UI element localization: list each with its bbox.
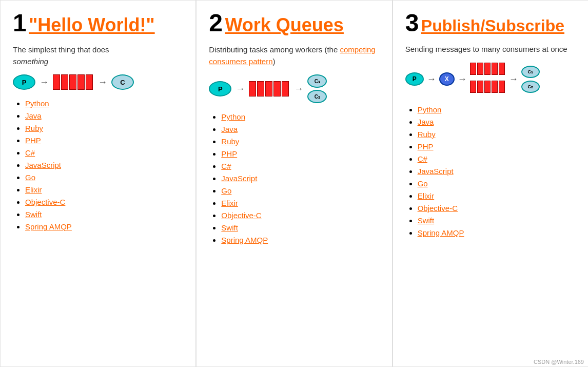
link-spring-3[interactable]: Spring AMQP bbox=[418, 228, 464, 237]
link-go-1[interactable]: Go bbox=[25, 173, 35, 182]
diagram-1-content: P → → C bbox=[13, 74, 134, 90]
link-csharp-1[interactable]: C# bbox=[25, 148, 35, 157]
queue-seg bbox=[257, 81, 264, 96]
queue-seg bbox=[477, 81, 483, 93]
column-2: 2 Work Queues Distributing tasks among w… bbox=[196, 0, 392, 367]
node-c3b: C₂ bbox=[521, 81, 540, 93]
link-java-2[interactable]: Java bbox=[221, 125, 238, 133]
arrow-3: → bbox=[236, 84, 245, 94]
queue-seg bbox=[484, 63, 491, 75]
queue-seg bbox=[273, 81, 281, 96]
column-2-desc-text: Distributing tasks among workers (the bbox=[209, 45, 340, 54]
list-item: PHP bbox=[418, 142, 576, 151]
column-1-desc: The simplest thing that does something bbox=[13, 44, 183, 67]
node-c-1: C bbox=[111, 74, 134, 90]
link-go-2[interactable]: Go bbox=[221, 186, 231, 195]
queue-3b bbox=[470, 81, 506, 96]
link-elixir-3[interactable]: Elixir bbox=[418, 191, 435, 200]
queue-3a bbox=[470, 63, 506, 78]
column-1-desc-italic: something bbox=[13, 57, 48, 66]
diagram-3: P → X → bbox=[405, 63, 576, 96]
diagram-2-content: P → → C₁ C₂ bbox=[209, 74, 327, 103]
link-python-2[interactable]: Python bbox=[221, 112, 245, 121]
column-3-desc: Sending messages to many consumers at on… bbox=[405, 44, 576, 55]
queue-seg bbox=[77, 74, 85, 90]
queue-seg bbox=[282, 81, 289, 96]
list-item: Python bbox=[418, 105, 576, 114]
link-objc-1[interactable]: Objective-C bbox=[25, 198, 65, 206]
link-csharp-3[interactable]: C# bbox=[418, 154, 427, 163]
node-p-3: P bbox=[405, 72, 424, 86]
link-elixir-2[interactable]: Elixir bbox=[221, 199, 238, 207]
arrow-2: → bbox=[98, 77, 107, 88]
column-1-links: Python Java Ruby PHP C# JavaScript Go El… bbox=[13, 99, 183, 231]
column-2-title[interactable]: Work Queues bbox=[225, 14, 343, 35]
link-go-3[interactable]: Go bbox=[418, 179, 428, 188]
list-item: C# bbox=[25, 148, 183, 158]
link-objc-2[interactable]: Objective-C bbox=[221, 211, 261, 220]
main-container: 1 "Hello World!" The simplest thing that… bbox=[0, 0, 588, 367]
column-2-number: 2 bbox=[209, 9, 223, 36]
arrow-5: → bbox=[427, 74, 436, 85]
queue-seg bbox=[86, 74, 93, 90]
link-js-3[interactable]: JavaScript bbox=[418, 167, 454, 176]
list-item: Elixir bbox=[418, 191, 576, 201]
link-csharp-2[interactable]: C# bbox=[221, 162, 231, 170]
link-java-1[interactable]: Java bbox=[25, 111, 42, 120]
list-item: Python bbox=[25, 99, 183, 108]
list-item: Python bbox=[221, 112, 379, 122]
link-php-2[interactable]: PHP bbox=[221, 149, 237, 158]
column-2-links: Python Java Ruby PHP C# JavaScript Go El… bbox=[209, 112, 379, 245]
list-item: Spring AMQP bbox=[418, 228, 576, 238]
link-python-3[interactable]: Python bbox=[418, 105, 442, 114]
list-item: Go bbox=[418, 179, 576, 188]
node-x-3: X bbox=[439, 72, 455, 86]
queue-seg bbox=[470, 63, 476, 75]
column-1-title[interactable]: "Hello World!" bbox=[29, 14, 154, 35]
list-item: Elixir bbox=[25, 185, 183, 195]
link-ruby-1[interactable]: Ruby bbox=[25, 124, 43, 132]
column-3-number: 3 bbox=[405, 9, 419, 36]
link-spring-2[interactable]: Spring AMQP bbox=[221, 236, 268, 244]
list-item: JavaScript bbox=[221, 174, 379, 183]
list-item: PHP bbox=[221, 149, 379, 159]
link-ruby-3[interactable]: Ruby bbox=[418, 130, 436, 139]
node-c3a: C₁ bbox=[521, 66, 540, 78]
node-c2: C₂ bbox=[307, 90, 327, 103]
link-swift-3[interactable]: Swift bbox=[418, 216, 435, 225]
queue-seg bbox=[477, 63, 483, 75]
list-item: C# bbox=[221, 162, 379, 171]
list-item: Go bbox=[221, 186, 379, 196]
link-spring-1[interactable]: Spring AMQP bbox=[25, 222, 72, 231]
queue-seg bbox=[470, 81, 476, 93]
link-java-3[interactable]: Java bbox=[418, 118, 434, 126]
link-php-3[interactable]: PHP bbox=[418, 142, 434, 151]
list-item: PHP bbox=[25, 136, 183, 145]
column-3: 3 Publish/Subscribe Sending messages to … bbox=[393, 0, 588, 367]
queue-seg bbox=[249, 81, 256, 96]
list-item: Swift bbox=[221, 223, 379, 233]
link-js-1[interactable]: JavaScript bbox=[25, 161, 61, 169]
link-swift-2[interactable]: Swift bbox=[221, 223, 238, 232]
column-1-header: 1 "Hello World!" bbox=[13, 11, 183, 36]
column-2-desc-after: ) bbox=[273, 57, 276, 66]
column-1-desc-text: The simplest thing that does bbox=[13, 45, 109, 54]
column-3-title[interactable]: Publish/Subscribe bbox=[421, 16, 564, 35]
link-php-1[interactable]: PHP bbox=[25, 136, 41, 145]
arrow-6: → bbox=[458, 74, 467, 85]
arrow-1: → bbox=[40, 77, 49, 88]
arrow-7: → bbox=[509, 74, 518, 85]
queue-seg bbox=[61, 74, 68, 90]
link-python-1[interactable]: Python bbox=[25, 99, 49, 108]
watermark: CSDN @Winter.169 bbox=[534, 359, 584, 365]
link-js-2[interactable]: JavaScript bbox=[221, 174, 257, 183]
list-item: JavaScript bbox=[25, 161, 183, 170]
link-objc-3[interactable]: Objective-C bbox=[418, 204, 458, 213]
column-1: 1 "Hello World!" The simplest thing that… bbox=[0, 0, 196, 367]
list-item: Ruby bbox=[25, 124, 183, 133]
diagram-3-consumers: C₁ C₂ bbox=[521, 66, 540, 93]
list-item: JavaScript bbox=[418, 167, 576, 176]
link-swift-1[interactable]: Swift bbox=[25, 210, 42, 219]
link-elixir-1[interactable]: Elixir bbox=[25, 185, 42, 194]
link-ruby-2[interactable]: Ruby bbox=[221, 137, 239, 146]
